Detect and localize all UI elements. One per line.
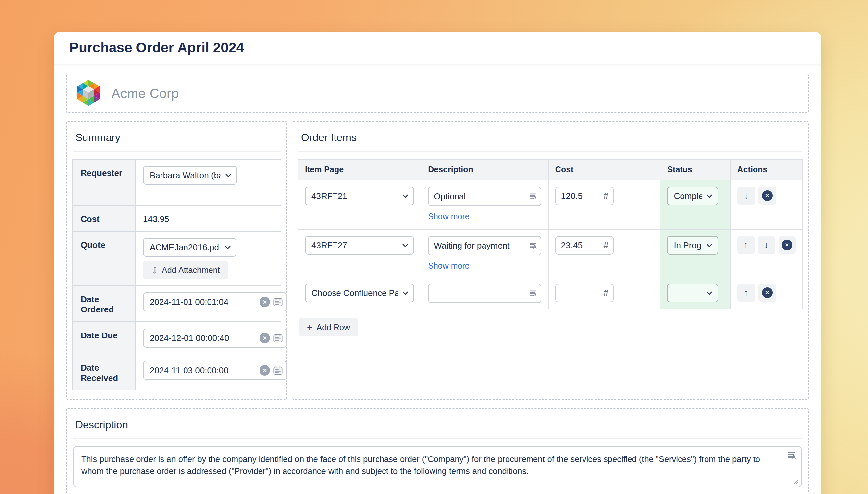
- description-divider: [73, 438, 802, 439]
- description-input[interactable]: [434, 191, 527, 202]
- arrow-down-icon: ↓: [744, 190, 749, 201]
- summary-divider: [73, 151, 281, 152]
- summary-row-quote: Quote ACMEJan2016.pdf Add Attachment: [72, 231, 281, 285]
- row-actions: ↓ ✕: [737, 187, 796, 205]
- arrow-down-icon: ↓: [764, 240, 769, 250]
- status-select-value: In Progress: [674, 241, 702, 251]
- cost-field[interactable]: #: [555, 187, 614, 205]
- date-ordered-label: Date Ordered: [72, 285, 136, 322]
- calendar-icon[interactable]: [273, 334, 283, 343]
- cost-input[interactable]: [561, 241, 603, 251]
- chevron-down-icon: [707, 291, 712, 295]
- order-items-header-row: Item Page Description Cost Status Action…: [298, 159, 803, 180]
- order-item-row: Choose Confluence Page: [298, 277, 803, 309]
- col-header-description: Description: [421, 159, 548, 180]
- date-received-field[interactable]: ✕: [143, 361, 287, 380]
- date-due-input[interactable]: [150, 333, 259, 343]
- paperclip-icon: [151, 266, 158, 274]
- item-page-select[interactable]: 43RFT27: [305, 236, 414, 254]
- add-attachment-button[interactable]: Add Attachment: [143, 261, 228, 279]
- summary-table: Requester Barbara Walton (barb Cost 143.…: [72, 159, 281, 391]
- description-field[interactable]: [428, 284, 541, 303]
- quote-label: Quote: [72, 231, 136, 285]
- add-row-button[interactable]: + Add Row: [299, 318, 358, 337]
- date-received-input[interactable]: [150, 365, 259, 376]
- cost-input[interactable]: [561, 191, 603, 201]
- arrow-up-icon: ↑: [744, 287, 749, 298]
- date-received-label: Date Received: [72, 354, 136, 390]
- order-item-row: 43RFT27 Show more: [298, 229, 803, 277]
- description-input[interactable]: [434, 288, 527, 299]
- summary-row-cost: Cost 143.95: [72, 205, 281, 231]
- summary-row-requester: Requester Barbara Walton (barb: [72, 159, 281, 205]
- order-items-empty-space: [298, 350, 803, 390]
- show-more-link[interactable]: Show more: [428, 261, 469, 271]
- date-ordered-field[interactable]: ✕: [143, 292, 287, 311]
- quote-select[interactable]: ACMEJan2016.pdf: [143, 238, 236, 256]
- richtext-icon: [530, 193, 537, 200]
- calendar-icon[interactable]: [273, 366, 283, 375]
- resize-grip-icon[interactable]: [793, 479, 798, 484]
- richtext-icon: [788, 452, 796, 459]
- add-attachment-label: Add Attachment: [162, 265, 220, 275]
- item-page-select-value: Choose Confluence Page: [311, 288, 398, 298]
- delete-circle-icon: ✕: [782, 240, 792, 250]
- chevron-down-icon: [707, 194, 712, 198]
- panels-row: Summary Requester Barbara Walton (barb: [66, 121, 809, 400]
- order-item-row: 43RFT21 Show more: [298, 180, 803, 229]
- add-row-label: Add Row: [317, 323, 350, 332]
- status-select[interactable]: Completed: [667, 187, 718, 205]
- description-field[interactable]: [428, 187, 541, 206]
- chevron-down-icon: [402, 244, 408, 247]
- summary-panel: Summary Requester Barbara Walton (barb: [66, 121, 287, 400]
- description-field[interactable]: [428, 236, 541, 255]
- number-sign-icon: #: [603, 240, 609, 251]
- cost-field[interactable]: #: [555, 284, 614, 302]
- richtext-icon: [530, 242, 537, 250]
- show-more-link[interactable]: Show more: [428, 212, 469, 221]
- description-box: This purchase order is an offer by the c…: [73, 446, 802, 488]
- brand-name: Acme Corp: [112, 86, 179, 101]
- page-title: Purchase Order April 2024: [70, 40, 244, 56]
- row-actions: ↑ ↓ ✕: [737, 236, 796, 254]
- row-actions: ↑ ✕: [737, 284, 796, 302]
- status-select-value: Completed: [674, 191, 702, 201]
- clear-date-icon[interactable]: ✕: [259, 365, 270, 376]
- clear-date-icon[interactable]: ✕: [259, 297, 270, 307]
- date-ordered-input[interactable]: [150, 297, 259, 307]
- date-due-field[interactable]: ✕: [143, 328, 287, 348]
- chevron-down-icon: [225, 174, 231, 177]
- item-page-select[interactable]: Choose Confluence Page: [305, 284, 414, 302]
- chevron-down-icon: [707, 244, 712, 247]
- move-up-button[interactable]: ↑: [737, 284, 755, 302]
- delete-row-button[interactable]: ✕: [758, 284, 776, 302]
- col-header-status: Status: [660, 159, 730, 180]
- delete-row-button[interactable]: ✕: [778, 236, 796, 254]
- move-up-button[interactable]: ↑: [737, 236, 754, 254]
- requester-label: Requester: [72, 159, 136, 205]
- col-header-cost: Cost: [548, 159, 660, 180]
- chevron-down-icon: [402, 194, 408, 198]
- calendar-icon[interactable]: [273, 297, 283, 306]
- cost-field[interactable]: #: [555, 236, 614, 254]
- col-header-item-page: Item Page: [298, 159, 421, 180]
- number-sign-icon: #: [603, 191, 609, 201]
- quote-select-value: ACMEJan2016.pdf: [150, 242, 220, 252]
- chevron-down-icon: [225, 246, 231, 249]
- clear-date-icon[interactable]: ✕: [259, 333, 270, 343]
- description-textarea[interactable]: This purchase order is an offer by the c…: [81, 453, 779, 478]
- delete-circle-icon: ✕: [762, 190, 773, 201]
- status-select[interactable]: [667, 284, 718, 302]
- description-input[interactable]: [434, 241, 527, 251]
- move-down-button[interactable]: ↓: [737, 187, 755, 205]
- requester-select[interactable]: Barbara Walton (barb: [143, 166, 237, 185]
- number-sign-icon: #: [603, 288, 609, 298]
- arrow-up-icon: ↑: [744, 240, 748, 250]
- order-items-panel: Order Items Item Page Description Cost S…: [292, 121, 809, 400]
- item-page-select[interactable]: 43RFT21: [305, 187, 414, 205]
- cost-value: 143.95: [136, 205, 281, 231]
- status-select[interactable]: In Progress: [667, 236, 718, 254]
- cost-input[interactable]: [561, 288, 603, 298]
- move-down-button[interactable]: ↓: [758, 236, 775, 254]
- delete-row-button[interactable]: ✕: [758, 187, 776, 205]
